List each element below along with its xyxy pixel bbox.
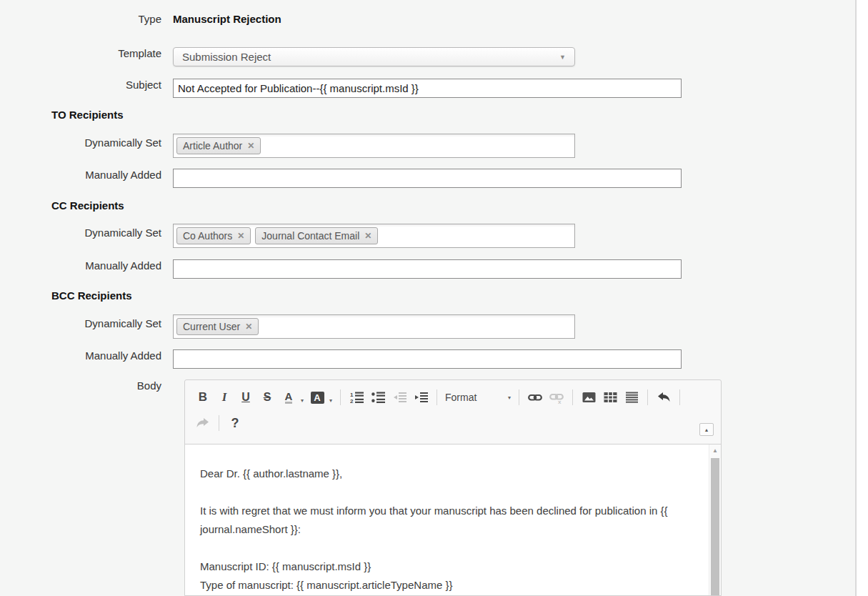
redo-button[interactable] bbox=[193, 413, 213, 433]
horizontal-lines-button[interactable] bbox=[622, 387, 642, 407]
outdent-button[interactable] bbox=[389, 387, 409, 407]
unlink-icon: x bbox=[549, 391, 564, 404]
underline-icon: U bbox=[241, 391, 250, 404]
bcc-manual-label: Manually Added bbox=[0, 347, 173, 362]
numbered-list-button[interactable]: 1 2 bbox=[346, 387, 366, 407]
recipient-tag-label: Current User bbox=[183, 321, 240, 332]
bold-button[interactable]: B bbox=[193, 387, 213, 407]
italic-button[interactable]: I bbox=[214, 387, 234, 407]
svg-text:2: 2 bbox=[350, 398, 354, 404]
recipient-tag: Journal Contact Email ✕ bbox=[255, 227, 378, 244]
body-paragraph: Dear Dr. {{ author.lastname }}, bbox=[200, 465, 692, 483]
image-button[interactable] bbox=[579, 387, 599, 407]
subject-input[interactable] bbox=[173, 79, 682, 98]
cc-manual-input[interactable] bbox=[173, 259, 682, 279]
table-button[interactable] bbox=[600, 387, 620, 407]
to-manual-label: Manually Added bbox=[0, 166, 173, 181]
body-paragraph: Manuscript ID: {{ manuscript.msId }} bbox=[200, 557, 692, 576]
template-select[interactable]: Submission Reject ▼ bbox=[173, 47, 575, 66]
background-color-dropdown-caret[interactable]: ▾ bbox=[329, 397, 332, 404]
text-color-dropdown-caret[interactable]: ▾ bbox=[301, 397, 304, 404]
scroll-up-button[interactable]: ▲ bbox=[709, 444, 721, 457]
toolbar-row-1: B I U S A ▾ A ▾ 1 2 bbox=[192, 384, 714, 410]
remove-tag-icon[interactable]: ✕ bbox=[237, 231, 244, 241]
subject-label: Subject bbox=[0, 76, 173, 91]
editor-scrollbar[interactable]: ▲ bbox=[709, 444, 721, 595]
to-manual-input[interactable] bbox=[173, 169, 682, 188]
bcc-recipients-heading: BCC Recipients bbox=[51, 289, 132, 302]
outdent-icon bbox=[393, 391, 406, 404]
cc-dynamic-tagbox[interactable]: Co Authors ✕ Journal Contact Email ✕ bbox=[173, 224, 575, 248]
to-dynamic-row: Dynamically Set Article Author ✕ bbox=[0, 131, 786, 158]
scrollbar-thumb[interactable] bbox=[711, 458, 719, 595]
link-button[interactable] bbox=[525, 387, 545, 407]
undo-icon bbox=[657, 391, 671, 404]
table-icon bbox=[604, 391, 617, 404]
strikethrough-button[interactable]: S bbox=[257, 387, 277, 407]
template-label: Template bbox=[0, 44, 173, 59]
collapse-toolbar-icon: ▲ bbox=[704, 427, 709, 432]
image-icon bbox=[582, 391, 596, 404]
recipient-tag-label: Journal Contact Email bbox=[261, 230, 359, 242]
help-button[interactable]: ? bbox=[225, 413, 245, 433]
type-label: Type bbox=[0, 10, 173, 25]
bcc-dynamic-tagbox[interactable]: Current User ✕ bbox=[173, 314, 575, 339]
subject-row: Subject bbox=[0, 76, 786, 98]
indent-button[interactable] bbox=[411, 387, 431, 407]
underline-button[interactable]: U bbox=[236, 387, 256, 407]
format-dropdown[interactable]: Format ▾ bbox=[442, 388, 514, 407]
text-color-button[interactable]: A bbox=[279, 387, 299, 407]
bcc-dynamic-row: Dynamically Set Current User ✕ bbox=[0, 312, 786, 339]
bulleted-list-button[interactable] bbox=[368, 387, 388, 407]
toolbar-separator bbox=[679, 389, 680, 405]
remove-tag-icon[interactable]: ✕ bbox=[364, 231, 371, 241]
indent-icon bbox=[414, 391, 428, 404]
collapse-toolbar-button[interactable]: ▲ bbox=[699, 423, 714, 436]
cc-dynamic-row: Dynamically Set Co Authors ✕ Journal Con… bbox=[0, 221, 786, 248]
type-value: Manuscript Rejection bbox=[173, 10, 281, 25]
cc-dynamic-label: Dynamically Set bbox=[0, 221, 173, 239]
body-richtext-editor: B I U S A ▾ A ▾ 1 2 bbox=[184, 379, 722, 596]
toolbar-row-2: ? bbox=[192, 410, 714, 436]
redo-icon bbox=[196, 417, 210, 429]
toolbar-separator bbox=[519, 389, 519, 405]
link-icon bbox=[528, 391, 542, 404]
undo-button[interactable] bbox=[654, 387, 674, 407]
remove-tag-icon[interactable]: ✕ bbox=[247, 141, 254, 151]
bulleted-list-icon bbox=[371, 391, 385, 404]
toolbar-separator bbox=[340, 389, 341, 405]
template-selected-value: Submission Reject bbox=[182, 51, 271, 63]
toolbar-separator bbox=[647, 389, 648, 405]
cc-manual-label: Manually Added bbox=[0, 257, 173, 272]
help-icon: ? bbox=[231, 416, 239, 431]
cc-manual-row: Manually Added bbox=[0, 257, 786, 279]
background-color-button[interactable]: A bbox=[307, 387, 327, 407]
text-color-icon: A bbox=[285, 392, 293, 404]
to-recipients-heading: TO Recipients bbox=[51, 109, 124, 121]
toolbar-separator bbox=[219, 415, 219, 431]
chevron-down-icon: ▼ bbox=[559, 54, 566, 61]
to-dynamic-tagbox[interactable]: Article Author ✕ bbox=[173, 134, 575, 158]
toolbar-separator bbox=[572, 389, 573, 405]
remove-tag-icon[interactable]: ✕ bbox=[245, 322, 252, 332]
form-panel: Type Manuscript Rejection Template Submi… bbox=[0, 0, 857, 596]
email-template-page: Type Manuscript Rejection Template Submi… bbox=[0, 0, 868, 596]
unlink-button[interactable]: x bbox=[547, 387, 567, 407]
editor-editable-body[interactable]: Dear Dr. {{ author.lastname }}, It is wi… bbox=[185, 444, 709, 595]
recipient-tag: Current User ✕ bbox=[176, 318, 259, 335]
numbered-list-icon: 1 2 bbox=[350, 391, 364, 404]
format-dropdown-label: Format bbox=[445, 392, 477, 403]
bcc-dynamic-label: Dynamically Set bbox=[0, 312, 173, 329]
background-color-icon: A bbox=[311, 392, 324, 404]
italic-icon: I bbox=[222, 390, 227, 404]
horizontal-lines-icon bbox=[625, 391, 639, 404]
strikethrough-icon: S bbox=[264, 391, 271, 404]
body-label: Body bbox=[0, 377, 173, 392]
bcc-manual-row: Manually Added bbox=[0, 347, 786, 369]
body-paragraph: It is with regret that we must inform yo… bbox=[200, 502, 692, 539]
bold-icon: B bbox=[199, 390, 207, 404]
toolbar-separator bbox=[437, 389, 437, 405]
bcc-manual-input[interactable] bbox=[173, 349, 682, 369]
type-row: Type Manuscript Rejection bbox=[0, 10, 786, 25]
to-manual-row: Manually Added bbox=[0, 166, 786, 188]
